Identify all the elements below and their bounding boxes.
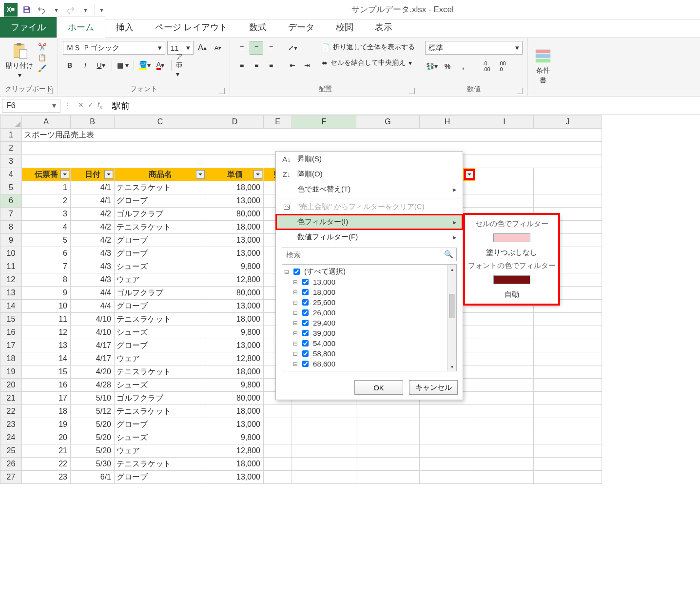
cell[interactable]: 4/3 xyxy=(71,260,115,273)
cell[interactable]: グローブ xyxy=(115,194,206,208)
decrease-indent-icon[interactable]: ⇤ xyxy=(286,58,299,72)
cell[interactable]: 10 xyxy=(22,300,71,313)
cell[interactable] xyxy=(534,444,602,458)
cell[interactable]: 1 xyxy=(22,181,71,194)
cell[interactable] xyxy=(475,458,534,471)
sort-descending[interactable]: Z↓ 降順(O) xyxy=(276,167,463,182)
comma-button[interactable]: , xyxy=(456,59,470,73)
fill-color-button[interactable]: 🪣 ▾ xyxy=(138,58,152,72)
row-header[interactable]: 6 xyxy=(0,194,22,208)
copy-icon[interactable]: 📋 xyxy=(38,54,46,61)
cell[interactable] xyxy=(534,379,602,392)
cell[interactable]: 17 xyxy=(22,392,71,405)
cell[interactable] xyxy=(534,471,602,484)
cell[interactable]: 6 xyxy=(22,247,71,260)
col-header-G[interactable]: G xyxy=(356,115,420,129)
cell[interactable]: 4/20 xyxy=(71,365,115,379)
row-header[interactable]: 26 xyxy=(0,458,22,471)
filter-button[interactable] xyxy=(104,170,113,179)
launcher-icon[interactable] xyxy=(219,88,225,94)
cell[interactable] xyxy=(264,431,292,444)
cell[interactable] xyxy=(475,339,534,352)
tab-insert[interactable]: 挿入 xyxy=(105,17,144,38)
percent-button[interactable]: % xyxy=(441,59,454,73)
col-header-H[interactable]: H xyxy=(420,115,475,129)
cell[interactable]: 18,000 xyxy=(206,181,264,194)
cell[interactable]: シューズ xyxy=(115,379,206,392)
col-header-I[interactable]: I xyxy=(475,115,534,129)
cell[interactable] xyxy=(356,418,420,431)
cell[interactable]: テニスラケット xyxy=(115,405,206,418)
cell[interactable]: 15 xyxy=(22,365,71,379)
cell[interactable]: テニスラケット xyxy=(115,458,206,471)
filter-button[interactable] xyxy=(253,170,262,179)
cell[interactable]: 5/10 xyxy=(71,392,115,405)
cell[interactable]: 12,800 xyxy=(206,273,264,287)
cell[interactable] xyxy=(292,431,356,444)
cell[interactable] xyxy=(264,471,292,484)
cell[interactable] xyxy=(534,352,602,365)
cell[interactable] xyxy=(534,392,602,405)
cell[interactable]: ウェア xyxy=(115,273,206,287)
filter-button[interactable] xyxy=(60,170,69,179)
cell[interactable]: 21 xyxy=(22,444,71,458)
cell[interactable]: 18,000 xyxy=(206,221,264,234)
row-header[interactable]: 7 xyxy=(0,208,22,221)
cell[interactable]: ウェア xyxy=(115,444,206,458)
cell[interactable]: テニスラケット xyxy=(115,181,206,194)
save-icon[interactable] xyxy=(21,4,32,15)
cell[interactable]: 6/1 xyxy=(71,471,115,484)
checkbox[interactable] xyxy=(302,309,309,316)
cell[interactable]: 4/17 xyxy=(71,352,115,365)
launcher-icon[interactable] xyxy=(409,88,415,94)
decrease-font-icon[interactable]: A▾ xyxy=(211,41,225,55)
cell[interactable]: 19 xyxy=(22,418,71,431)
row-header[interactable]: 5 xyxy=(0,181,22,194)
cell[interactable]: 80,000 xyxy=(206,392,264,405)
table-header[interactable]: 伝票番 xyxy=(22,168,71,181)
cell[interactable]: ゴルフクラブ xyxy=(115,287,206,300)
checkbox[interactable] xyxy=(302,320,309,326)
cell[interactable] xyxy=(475,392,534,405)
cell[interactable] xyxy=(420,444,475,458)
cell[interactable]: 9,800 xyxy=(206,326,264,339)
cell[interactable] xyxy=(292,444,356,458)
checkbox[interactable] xyxy=(302,299,309,306)
filter-check-item[interactable]: ⊟18,000 xyxy=(284,287,454,297)
tab-home[interactable]: ホーム xyxy=(57,17,105,38)
sort-ascending[interactable]: A↓ 昇順(S) xyxy=(276,152,463,167)
filter-check-item[interactable]: ⊟13,000 xyxy=(284,277,454,287)
cell[interactable] xyxy=(420,458,475,471)
filter-value-list[interactable]: ⊟(すべて選択) ⊟13,000 ⊟18,000 ⊟25,600 ⊟26,000… xyxy=(282,264,457,371)
cell[interactable]: 4/4 xyxy=(71,300,115,313)
checkbox[interactable] xyxy=(302,361,309,367)
table-header[interactable]: 単価 xyxy=(206,168,264,181)
cell[interactable]: 18,000 xyxy=(206,405,264,418)
table-header[interactable]: 日付 xyxy=(71,168,115,181)
cell[interactable]: ウェア xyxy=(115,352,206,365)
cell[interactable]: 5/20 xyxy=(71,418,115,431)
cell[interactable] xyxy=(292,471,356,484)
sort-by-color[interactable]: 色で並べ替え(T) ▸ xyxy=(276,182,463,197)
col-header-F[interactable]: F xyxy=(292,115,356,129)
cell[interactable]: グローブ xyxy=(115,300,206,313)
row-header[interactable]: 2 xyxy=(0,142,22,155)
row-header[interactable]: 16 xyxy=(0,326,22,339)
checkbox[interactable] xyxy=(302,340,309,346)
cell[interactable]: ゴルフクラブ xyxy=(115,208,206,221)
cell[interactable] xyxy=(356,458,420,471)
cell[interactable] xyxy=(475,365,534,379)
filter-check-item[interactable]: ⊟58,800 xyxy=(284,348,454,359)
row-header[interactable]: 13 xyxy=(0,287,22,300)
cell[interactable] xyxy=(534,313,602,326)
filter-by-color[interactable]: 色フィルター(I) ▸ xyxy=(276,214,463,230)
increase-font-icon[interactable]: A▴ xyxy=(195,41,209,55)
col-header-E[interactable]: E xyxy=(264,115,292,129)
scrollbar[interactable]: ▴ ▾ xyxy=(447,265,456,371)
cell[interactable]: 23 xyxy=(22,471,71,484)
cell[interactable]: 5/12 xyxy=(71,405,115,418)
cell[interactable]: 9 xyxy=(22,287,71,300)
cell[interactable]: 13,000 xyxy=(206,194,264,208)
filter-check-item[interactable]: ⊟39,000 xyxy=(284,328,454,338)
filter-check-item[interactable]: ⊟26,000 xyxy=(284,308,454,318)
